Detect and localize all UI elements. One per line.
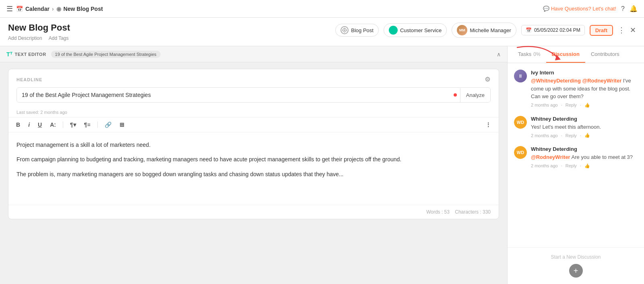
link-button[interactable]: 🔗	[103, 121, 113, 129]
bold-button[interactable]: B	[15, 121, 21, 129]
page-header-top: New Blog Post Add Description Add Tags	[8, 23, 636, 41]
header-controls: Blog Post Customer Service MM Michelle M…	[335, 23, 636, 38]
content-area: Tᵀ TEXT EDITOR 19 of the Best Agile Proj…	[0, 46, 644, 284]
draft-badge[interactable]: Draft	[590, 25, 613, 36]
breadcrumb: 📅 Calendar › ◉ New Blog Post	[16, 6, 103, 12]
doc-name-pill[interactable]: 19 of the Best Agile Project Management …	[51, 51, 161, 58]
blog-post-control[interactable]: Blog Post	[335, 24, 379, 37]
comment-name-whitney2: Whitney Deterding	[531, 146, 638, 152]
customer-service-dot	[389, 26, 398, 35]
manager-avatar: MM	[457, 25, 467, 35]
toolbar-separator-1	[63, 121, 63, 128]
comment-actions-ivy: 2 months ago · Reply · 👍	[531, 103, 638, 108]
avatar-wd1-img: WD	[514, 116, 527, 129]
add-tags-link[interactable]: Add Tags	[49, 35, 69, 41]
text-toolbar: B i U A: ¶▾ ¶≡ 🔗 ⊞ ⋮	[8, 117, 499, 132]
whitney1-avatar: WD	[514, 116, 527, 129]
customer-service-control[interactable]: Customer Service	[384, 23, 447, 37]
editor-content: HEADLINE ⚙ Analyze Last saved: 2 months …	[0, 62, 507, 284]
comment-item-whitney2: WD Whitney Deterding @RodneyWriter Are y…	[514, 146, 638, 169]
headline-label: HEADLINE ⚙	[17, 76, 491, 83]
comment-item: II Ivy Intern @WhitneyDeterding @RodneyW…	[514, 70, 638, 108]
whitney2-like-btn[interactable]: 👍	[584, 163, 590, 169]
right-panel-tabs: Tasks 0% Discussion Contributors	[508, 46, 644, 63]
page-title-section: New Blog Post Add Description Add Tags	[8, 23, 329, 41]
chat-link[interactable]: 💬 Have Questions? Let's chat!	[543, 6, 616, 12]
text-editor-tab[interactable]: Tᵀ TEXT EDITOR	[6, 51, 46, 58]
page-breadcrumb-title[interactable]: New Blog Post	[64, 6, 103, 12]
underline-button[interactable]: U	[37, 121, 43, 129]
main-container: New Blog Post Add Description Add Tags	[0, 18, 644, 284]
headline-input[interactable]	[17, 88, 450, 102]
char-count: Characters : 330	[455, 209, 491, 215]
plus-button[interactable]: ⊞	[118, 121, 126, 129]
analyze-button[interactable]: Analyze	[460, 88, 490, 102]
date-value: 05/05/2022 02:04 PM	[534, 27, 580, 33]
customer-service-label: Customer Service	[400, 27, 442, 33]
nav-left: ☰ 📅 Calendar › ◉ New Blog Post	[6, 4, 540, 13]
whitney2-avatar: WD	[514, 146, 527, 159]
more-toolbar-button[interactable]: ⋮	[484, 121, 492, 129]
help-icon[interactable]: ?	[621, 5, 625, 12]
italic-button[interactable]: i	[27, 121, 31, 129]
ivy-like-btn[interactable]: 👍	[584, 103, 590, 108]
comment-body-ivy: Ivy Intern @WhitneyDeterding @RodneyWrit…	[531, 70, 638, 108]
manager-control[interactable]: MM Michelle Manager	[452, 23, 516, 38]
word-count: Words : 53	[426, 209, 450, 215]
comment-actions-whitney2: 2 months ago · Reply · 👍	[531, 163, 638, 169]
collapse-icon[interactable]: ∧	[497, 51, 501, 58]
page-header: New Blog Post Add Description Add Tags	[0, 18, 644, 46]
calendar-link[interactable]: Calendar	[25, 6, 50, 12]
manager-name: Michelle Manager	[470, 27, 511, 33]
more-options-icon[interactable]: ⋮	[618, 26, 625, 35]
tab-discussion[interactable]: Discussion	[546, 46, 585, 63]
add-discussion-button[interactable]: +	[569, 264, 583, 278]
gear-icon[interactable]: ⚙	[485, 76, 491, 83]
hamburger-icon[interactable]: ☰	[6, 4, 13, 13]
word-count-bar: Words : 53 Characters : 330	[8, 205, 499, 219]
rss-icon: ◉	[56, 6, 61, 12]
calendar-date-icon: 📅	[526, 27, 532, 33]
text-content[interactable]: Project management is a skill a lot of m…	[8, 132, 499, 205]
right-panel: Tasks 0% Discussion Contributors II Ivy …	[507, 46, 644, 284]
whitney2-time: 2 months ago	[531, 163, 558, 168]
whitney1-reply-btn[interactable]: Reply	[566, 133, 577, 138]
new-discussion-label: Start a New Discussion	[514, 254, 638, 260]
paragraph-3: The problem is, many marketing managers …	[17, 170, 491, 179]
chat-bubble-icon: 💬	[543, 6, 549, 12]
ivy-avatar: II	[514, 70, 527, 82]
headline-input-row: Analyze	[17, 87, 491, 103]
paragraph-2: From campaign planning to budgeting and …	[17, 155, 491, 164]
comment-text-ivy: @WhitneyDeterding @RodneyWriter I've com…	[531, 77, 638, 101]
page-title: New Blog Post	[8, 23, 329, 33]
tab-tasks[interactable]: Tasks 0%	[512, 46, 546, 63]
comment-text-whitney2: @RodneyWriter Are you able to meet at 3?	[531, 153, 638, 161]
text-editor-label: TEXT EDITOR	[15, 52, 46, 57]
ivy-reply-btn[interactable]: Reply	[566, 103, 577, 107]
comment-name-ivy: Ivy Intern	[531, 70, 638, 76]
new-discussion: Start a New Discussion +	[508, 247, 644, 284]
whitney2-reply-btn[interactable]: Reply	[566, 163, 577, 168]
page-meta: Add Description Add Tags	[8, 35, 329, 41]
list-button[interactable]: ¶≡	[83, 121, 92, 129]
editor-card: HEADLINE ⚙ Analyze Last saved: 2 months …	[8, 69, 499, 219]
paragraph-button[interactable]: ¶▾	[69, 121, 77, 129]
tasks-progress: 0%	[533, 51, 540, 57]
text-size-button[interactable]: A:	[49, 121, 57, 129]
blog-post-icon	[341, 26, 349, 34]
add-description-link[interactable]: Add Description	[8, 35, 42, 41]
comment-actions-whitney1: 2 months ago · Reply · 👍	[531, 133, 638, 138]
comment-body-whitney2: Whitney Deterding @RodneyWriter Are you …	[531, 146, 638, 169]
date-control[interactable]: 📅 05/05/2022 02:04 PM	[521, 25, 585, 35]
comment-item-whitney1: WD Whitney Deterding Yes! Let's meet thi…	[514, 116, 638, 138]
text-editor-icon: Tᵀ	[6, 51, 12, 58]
close-icon[interactable]: ✕	[630, 26, 636, 35]
bell-icon[interactable]: 🔔	[630, 5, 638, 12]
whitney1-like-btn[interactable]: 👍	[584, 133, 590, 138]
comment-body-whitney1: Whitney Deterding Yes! Let's meet this a…	[531, 116, 638, 138]
tab-contributors[interactable]: Contributors	[585, 46, 625, 63]
mention-rodney: @RodneyWriter	[582, 78, 622, 84]
paragraph-1: Project management is a skill a lot of m…	[17, 140, 491, 149]
blog-post-label: Blog Post	[351, 27, 374, 33]
comment-name-whitney1: Whitney Deterding	[531, 116, 638, 122]
